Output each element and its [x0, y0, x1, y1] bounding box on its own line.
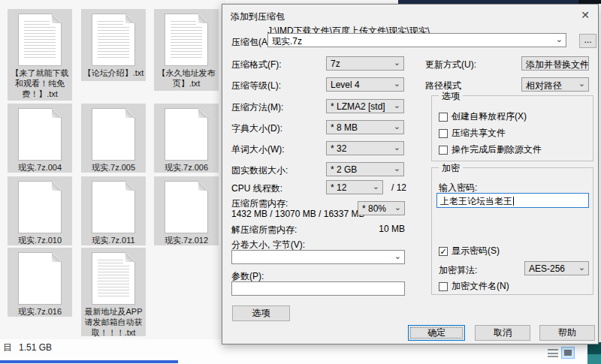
cpu-threads-combobox[interactable]: * 12⌄: [326, 180, 383, 194]
chevron-down-icon: ⌄: [578, 58, 585, 68]
file-name: 现实.7z.006: [154, 162, 219, 173]
checkbox-box: ✓: [439, 247, 448, 256]
file-tile[interactable]: 现实.7z.004: [8, 104, 72, 173]
blank-file-icon: [18, 181, 62, 233]
chevron-down-icon: ⌄: [373, 182, 379, 191]
blank-file-icon: [18, 108, 62, 161]
file-tile[interactable]: 最新地址及APP请发邮箱自动获取！！！.txt: [81, 248, 146, 336]
file-tile[interactable]: 【永久地址发布页】.txt: [154, 9, 219, 91]
encryption-group-legend: 加密: [439, 162, 463, 175]
text-file-icon: [165, 14, 208, 66]
dialog-title: 添加到压缩包: [231, 11, 285, 23]
add-to-archive-dialog: 添加到压缩包 ✕ 压缩包(A) J:\IMD下载文件\百度上传文件\现实\现实\…: [222, 4, 599, 344]
text-file-icon: [18, 14, 62, 66]
method-label: 压缩方法(M):: [231, 101, 283, 114]
options-button[interactable]: 选项: [232, 305, 290, 321]
update-mode-combobox[interactable]: 添加并替换文件⌄: [521, 56, 589, 71]
create-sfx-checkbox[interactable]: 创建自释放程序(X): [439, 110, 527, 123]
file-tile[interactable]: 现实.7z.005: [81, 104, 146, 173]
memory-percent-combobox[interactable]: * 80%⌄: [358, 201, 405, 215]
ok-button[interactable]: 确定: [408, 325, 465, 341]
file-tile[interactable]: 【论坛介绍】.txt: [81, 9, 146, 81]
chevron-down-icon: ⌄: [394, 122, 400, 131]
solid-block-combobox[interactable]: * 2 GB⌄: [326, 162, 404, 176]
browse-button[interactable]: ...: [579, 34, 596, 48]
file-name: 最新地址及APP请发邮箱自动获取！！！.txt: [81, 306, 146, 338]
file-name: 现实.7z.005: [81, 162, 146, 173]
chevron-down-icon: ⌄: [394, 79, 400, 89]
method-combobox[interactable]: * LZMA2 [std]⌄: [326, 99, 404, 113]
taskbar-edge: [0, 360, 178, 363]
checkbox-box: [439, 129, 448, 138]
dictionary-combobox[interactable]: * 8 MB⌄: [326, 120, 404, 134]
chevron-down-icon: ⌄: [556, 35, 563, 44]
parameters-input[interactable]: [231, 281, 405, 296]
cpu-threads-label: CPU 线程数:: [231, 182, 282, 195]
path-mode-combobox[interactable]: 相对路径⌄: [521, 77, 589, 92]
level-label: 压缩等级(L):: [231, 80, 281, 92]
file-name: 现实.7z.004: [8, 162, 72, 173]
file-name: 【永久地址发布页】.txt: [154, 68, 219, 89]
cpu-threads-max: / 12: [391, 182, 406, 193]
options-group-legend: 选项: [439, 90, 463, 103]
text-caret: [513, 197, 514, 206]
background-window-edge: [587, 342, 601, 364]
file-name: 现实.7z.010: [8, 235, 72, 245]
encryption-method-combobox[interactable]: AES-256⌄: [524, 261, 589, 275]
close-icon[interactable]: ✕: [581, 9, 590, 21]
checkbox-box: [439, 282, 448, 291]
blank-file-icon: [165, 181, 208, 233]
solid-block-label: 固实数据大小:: [231, 164, 288, 177]
blank-file-icon: [92, 108, 135, 161]
file-tile[interactable]: 现实.7z.012: [154, 176, 219, 245]
archive-label: 压缩包(A): [231, 36, 270, 49]
format-label: 压缩格式(F):: [231, 59, 282, 71]
cancel-button[interactable]: 取消: [475, 325, 530, 341]
word-size-label: 单词大小(W):: [231, 143, 285, 156]
help-button[interactable]: 帮助: [539, 325, 595, 341]
details-view-icon[interactable]: [548, 349, 558, 357]
compress-shared-checkbox[interactable]: 压缩共享文件: [439, 127, 506, 140]
thumbnails-view-icon[interactable]: [561, 347, 575, 359]
memory-compress-detail: 1432 MB / 13070 MB / 16337 MB: [231, 209, 364, 219]
chevron-down-icon: ⌄: [394, 203, 401, 212]
password-input[interactable]: 上老王论坛当老王: [436, 193, 589, 208]
level-combobox[interactable]: Level 4⌄: [326, 77, 404, 92]
file-name: 现实.7z.012: [154, 235, 219, 245]
file-tile[interactable]: 现实.7z.016: [8, 248, 72, 317]
word-size-combobox[interactable]: * 32⌄: [326, 141, 404, 155]
dictionary-label: 字典大小(D):: [231, 122, 282, 135]
chevron-down-icon: ⌄: [578, 263, 585, 272]
file-name: 【来了就能下载和观看！纯免费！】.txt: [8, 68, 72, 99]
file-name: 现实.7z.011: [81, 235, 146, 245]
show-password-checkbox[interactable]: ✓ 显示密码(S): [439, 245, 500, 257]
blank-file-icon: [92, 181, 135, 233]
status-items-label: 目: [3, 342, 12, 353]
archive-name-combobox[interactable]: 现实.7z⌄: [267, 33, 566, 47]
text-file-icon: [92, 14, 135, 66]
format-combobox[interactable]: 7z⌄: [326, 56, 404, 71]
blank-file-icon: [165, 108, 208, 161]
update-mode-label: 更新方式(U):: [425, 59, 476, 71]
file-tile[interactable]: 现实.7z.006: [154, 104, 219, 173]
chevron-down-icon: ⌄: [394, 143, 400, 152]
delete-after-checkbox[interactable]: 操作完成后删除源文件: [439, 143, 542, 156]
check-icon: ✓: [439, 248, 446, 255]
encrypt-filenames-checkbox[interactable]: 加密文件名(N): [439, 280, 509, 293]
blank-file-icon: [18, 252, 62, 305]
checkbox-box: [439, 146, 448, 155]
file-tile[interactable]: 现实.7z.010: [8, 176, 72, 245]
memory-decompress-label: 解压缩所需内存:: [231, 224, 297, 236]
split-volume-combobox[interactable]: ⌄: [231, 250, 405, 264]
file-tile[interactable]: 现实.7z.011: [81, 176, 146, 245]
checkbox-box: [439, 113, 448, 122]
status-bar: 目1.51 GB: [3, 341, 52, 354]
chevron-down-icon: ⌄: [394, 101, 400, 110]
chevron-down-icon: ⌄: [394, 251, 401, 261]
text-file-icon: [92, 252, 135, 305]
file-name: 现实.7z.016: [8, 306, 72, 317]
file-tile[interactable]: 【来了就能下载和观看！纯免费！】.txt: [8, 9, 72, 101]
status-total-size: 1.51 GB: [19, 342, 52, 353]
chevron-down-icon: ⌄: [394, 58, 400, 68]
chevron-down-icon: ⌄: [394, 164, 400, 173]
